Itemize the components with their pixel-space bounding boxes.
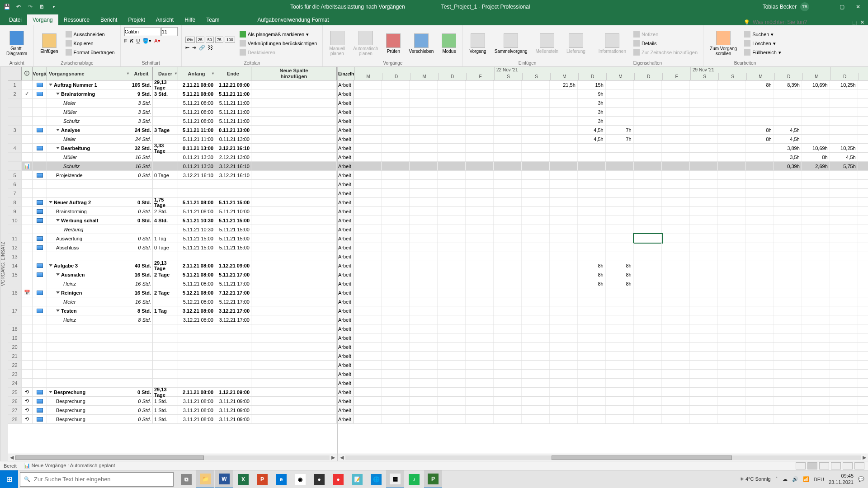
name-cell[interactable] <box>47 333 130 342</box>
tab-ressource[interactable]: Ressource <box>58 14 95 25</box>
insert-task-button[interactable]: Vorgang <box>467 32 489 56</box>
tp-cell[interactable] <box>662 379 690 387</box>
duration-cell[interactable] <box>153 343 178 351</box>
tp-cell[interactable] <box>382 135 410 143</box>
tp-cell[interactable]: 10,25h <box>830 80 858 89</box>
tp-cell[interactable] <box>634 306 662 315</box>
tp-cell[interactable] <box>438 225 466 234</box>
work-cell[interactable]: 0 Std. <box>130 406 153 414</box>
tp-cell[interactable] <box>382 315 410 324</box>
duration-cell[interactable] <box>153 252 178 261</box>
tp-cell[interactable] <box>746 89 774 98</box>
tp-cell[interactable] <box>522 216 550 225</box>
tp-row[interactable]: Arbeit <box>338 415 868 424</box>
tp-cell[interactable] <box>382 333 410 342</box>
find-button[interactable]: Suchen ▾ <box>742 30 783 38</box>
tab-bericht[interactable]: Bericht <box>95 14 123 25</box>
tp-cell[interactable] <box>662 108 690 116</box>
row-number[interactable]: 14 <box>8 261 22 270</box>
tp-cell[interactable] <box>774 89 802 98</box>
new-cell[interactable] <box>251 189 337 197</box>
tp-cell[interactable] <box>410 279 438 288</box>
tp-cell[interactable] <box>634 343 662 351</box>
new-cell[interactable] <box>251 216 337 225</box>
tp-cell[interactable] <box>690 379 718 387</box>
name-cell[interactable]: Auftrag Nummer 1 <box>47 80 130 89</box>
outdent-button[interactable]: ⇤ <box>185 45 189 51</box>
duration-cell[interactable]: 2 Std. <box>153 207 178 216</box>
tp-cell[interactable] <box>718 225 746 234</box>
tp-cell[interactable] <box>438 315 466 324</box>
tp-cell[interactable] <box>634 153 662 161</box>
app-icon[interactable]: ● <box>329 470 347 488</box>
tp-cell[interactable] <box>354 162 382 170</box>
tp-cell[interactable] <box>382 324 410 333</box>
tp-cell[interactable] <box>606 388 634 396</box>
tp-cell[interactable] <box>662 207 690 216</box>
tp-cell[interactable] <box>662 415 690 423</box>
tp-cell[interactable] <box>718 189 746 197</box>
tp-cell[interactable] <box>662 80 690 89</box>
tp-cell[interactable] <box>634 243 662 252</box>
tp-cell[interactable] <box>606 80 634 89</box>
start-cell[interactable] <box>178 324 215 333</box>
tp-cell[interactable] <box>830 333 858 342</box>
tp-cell[interactable] <box>802 415 830 423</box>
tp-cell[interactable] <box>494 279 522 288</box>
duration-cell[interactable] <box>153 279 178 288</box>
tp-cell[interactable] <box>354 415 382 423</box>
tp-cell[interactable] <box>802 135 830 143</box>
tp-cell[interactable] <box>522 189 550 197</box>
tp-cell[interactable] <box>662 225 690 234</box>
new-cell[interactable] <box>251 315 337 324</box>
tp-cell[interactable] <box>830 388 858 396</box>
tab-vorgang[interactable]: Vorgang <box>27 14 58 25</box>
start-cell[interactable]: 3.12.21 16:10 <box>178 171 215 179</box>
tp-cell[interactable] <box>466 370 494 378</box>
work-cell[interactable]: 16 Std. <box>130 270 153 279</box>
duration-cell[interactable] <box>153 162 178 170</box>
row-number[interactable]: 25 <box>8 388 22 396</box>
taskbar-search-input[interactable] <box>34 476 170 483</box>
work-cell[interactable] <box>130 225 153 234</box>
tp-cell[interactable] <box>746 352 774 360</box>
tp-cell[interactable] <box>830 279 858 288</box>
tp-cell[interactable] <box>858 297 868 306</box>
tp-cell[interactable] <box>410 144 438 152</box>
tp-cell[interactable] <box>382 234 410 243</box>
tp-cell[interactable] <box>802 234 830 243</box>
row-number[interactable]: 23 <box>8 370 22 378</box>
task-row[interactable]: 4Bearbeitung32 Std.3,33 Tage0.11.21 13:0… <box>8 144 337 153</box>
format-painter-button[interactable]: Format übertragen <box>64 48 117 56</box>
tp-cell[interactable] <box>690 388 718 396</box>
fill-button[interactable]: Füllbereich ▾ <box>742 48 783 56</box>
start-cell[interactable]: 5.11.21 15:00 <box>178 243 215 252</box>
work-cell[interactable]: 3 Std. <box>130 108 153 116</box>
tp-cell[interactable] <box>718 252 746 261</box>
tp-cell[interactable] <box>662 352 690 360</box>
tp-cell[interactable] <box>522 261 550 270</box>
new-cell[interactable] <box>251 207 337 216</box>
tp-cell[interactable] <box>634 379 662 387</box>
tp-cell[interactable] <box>634 288 662 297</box>
tp-cell[interactable] <box>746 216 774 225</box>
work-cell[interactable]: 16 Std. <box>130 153 153 161</box>
tp-cell[interactable] <box>690 171 718 179</box>
taskmode-cell[interactable] <box>33 333 47 342</box>
start-cell[interactable]: 5.11.21 08:00 <box>178 198 215 206</box>
copy-button[interactable]: Kopieren <box>64 39 117 47</box>
doc-icon[interactable]: 🗎 <box>38 3 46 11</box>
tp-cell[interactable] <box>858 279 868 288</box>
task-row[interactable]: Schultz3 Std.5.11.21 08:005.11.21 11:00 <box>8 117 337 126</box>
end-cell[interactable]: 5.12.21 17:00 <box>215 297 251 306</box>
start-cell[interactable]: 5.11.21 08:00 <box>178 108 215 116</box>
row-number[interactable]: 3 <box>8 126 22 134</box>
name-cell[interactable] <box>47 352 130 360</box>
tp-cell[interactable] <box>550 180 578 188</box>
tp-cell[interactable] <box>830 297 858 306</box>
work-cell[interactable] <box>130 370 153 378</box>
tp-cell[interactable]: 8h <box>746 126 774 134</box>
taskmode-cell[interactable] <box>33 126 47 134</box>
tp-cell[interactable] <box>662 189 690 197</box>
tp-cell[interactable] <box>438 370 466 378</box>
